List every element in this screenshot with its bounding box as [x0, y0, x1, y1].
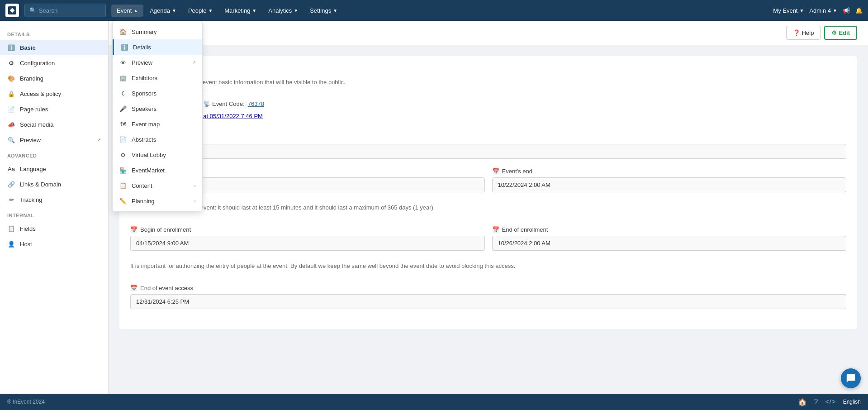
- enrollment-row: 📅 Begin of enrollment 📅 End of enrollmen…: [130, 226, 846, 260]
- enrollment-start-input[interactable]: [130, 236, 485, 251]
- sidebar-item-basic[interactable]: ℹ️ Basic: [0, 40, 108, 55]
- dropdown-item-event-map[interactable]: 🗺 Event map: [113, 116, 202, 132]
- external-link-icon: ↗: [192, 60, 196, 66]
- end-access-input[interactable]: [130, 294, 846, 309]
- sidebar-item-language[interactable]: Aa Language: [0, 161, 108, 176]
- bell-icon[interactable]: 🔔: [855, 7, 863, 14]
- dropdown-item-exhibitors[interactable]: 🏢 Exhibitors: [113, 70, 202, 86]
- chevron-down-icon: ▼: [252, 8, 256, 13]
- search-icon: 🔍: [7, 136, 15, 144]
- chevron-down-icon: ▼: [799, 8, 804, 13]
- chevron-down-icon: ▲: [133, 8, 138, 13]
- chevron-down-icon: ▼: [833, 8, 837, 13]
- admin-selector[interactable]: Admin 4 ▼: [809, 7, 837, 14]
- dropdown-item-preview[interactable]: 👁 Preview ↗: [113, 55, 202, 70]
- event-code-link[interactable]: 76378: [248, 100, 264, 107]
- search-box[interactable]: 🔍 Search: [24, 4, 106, 17]
- event-end-input[interactable]: [492, 177, 847, 192]
- divider-2: [130, 127, 846, 127]
- divider: [130, 93, 846, 93]
- section-description: Here you can configure the event basic i…: [130, 79, 846, 86]
- sidebar-item-access-policy[interactable]: 🔒 Access & policy: [0, 86, 108, 101]
- dropdown-item-summary[interactable]: 🏠 Summary: [113, 24, 202, 39]
- map-icon: 🗺: [119, 120, 127, 128]
- code-icon[interactable]: </>: [825, 398, 836, 406]
- my-event-selector[interactable]: My Event ▼: [773, 7, 804, 14]
- chevron-down-icon: ▼: [172, 8, 176, 13]
- dropdown-item-details[interactable]: ℹ️ Details: [113, 39, 202, 55]
- event-name-field: Event name: [130, 134, 846, 159]
- sidebar-section-details: DETAILS: [0, 26, 108, 40]
- nav-right: My Event ▼ Admin 4 ▼ 📢 🔔: [773, 7, 863, 14]
- sidebar-item-social-media[interactable]: 📣 Social media: [0, 117, 108, 132]
- nav-item-event[interactable]: Event ▲: [111, 5, 143, 17]
- dates-row: 📅 Event's start 📅 Event's end: [130, 168, 846, 201]
- enrollment-start-label: 📅 Begin of enrollment: [130, 226, 485, 233]
- top-actions: ❓ Help ⚙ Edit: [786, 26, 857, 40]
- event-meta: Company Code: 07999 📡 Event Code: 76378: [130, 100, 846, 107]
- bottom-right: 🏠 ? </> English: [798, 398, 861, 406]
- sidebar-item-configuration[interactable]: ⚙ Configuration: [0, 55, 108, 71]
- content-header: Summary ❓ Help ⚙ Edit: [109, 21, 868, 45]
- mic-icon: 🎤: [119, 105, 127, 113]
- event-end-label: 📅 Event's end: [492, 168, 847, 175]
- sidebar-item-host[interactable]: 👤 Host: [0, 236, 108, 252]
- gear-alt-icon: ⚙: [119, 151, 127, 159]
- enrollment-end-field: 📅 End of enrollment: [492, 226, 847, 251]
- search-placeholder: Search: [39, 7, 57, 14]
- dropdown-item-virtual-lobby[interactable]: ⚙ Virtual Lobby: [113, 147, 202, 162]
- dropdown-item-sponsors[interactable]: € Sponsors: [113, 86, 202, 101]
- sidebar-item-preview[interactable]: 🔍 Preview ↗: [0, 132, 108, 148]
- nav-item-marketing[interactable]: Marketing ▼: [219, 5, 262, 17]
- chevron-down-icon: ▼: [294, 8, 298, 13]
- nav-item-settings[interactable]: Settings ▼: [304, 5, 343, 17]
- sidebar: DETAILS ℹ️ Basic ⚙ Configuration 🎨 Brand…: [0, 21, 109, 394]
- enrollment-helper-text: It is important for authorizing the entr…: [130, 262, 846, 269]
- nav-item-people[interactable]: People ▼: [183, 5, 218, 17]
- dropdown-item-content[interactable]: 📋 Content ›: [113, 178, 202, 193]
- dropdown-item-planning[interactable]: ✏️ Planning ›: [113, 193, 202, 209]
- chat-bubble[interactable]: [841, 368, 861, 388]
- help-button[interactable]: ❓ Help: [786, 26, 821, 40]
- sidebar-item-tracking[interactable]: ✏ Tracking: [0, 192, 108, 207]
- doc-icon: 📄: [119, 135, 127, 143]
- sidebar-item-links-domain[interactable]: 🔗 Links & Domain: [0, 176, 108, 192]
- megaphone-icon: 📣: [7, 120, 15, 129]
- person-icon: 👤: [7, 240, 15, 248]
- dropdown-item-speakers[interactable]: 🎤 Speakers: [113, 101, 202, 116]
- info-circle-icon: ℹ️: [120, 43, 128, 51]
- question-icon[interactable]: ?: [814, 398, 818, 406]
- megaphone-icon[interactable]: 📢: [843, 7, 850, 14]
- sidebar-section-advanced: ADVANCED: [0, 148, 108, 161]
- eye-icon: 👁: [119, 58, 127, 67]
- edit-button[interactable]: ⚙ Edit: [824, 26, 857, 40]
- enrollment-start-field: 📅 Begin of enrollment: [130, 226, 485, 251]
- event-name-label: Event name: [130, 134, 846, 141]
- event-code-row: 📡 Event Code: 76378: [203, 100, 264, 107]
- search-icon: 🔍: [29, 7, 36, 14]
- home-icon: 🏠: [119, 28, 127, 36]
- euro-icon: €: [119, 89, 127, 97]
- calendar-icon: 📅: [492, 226, 499, 233]
- enrollment-end-input[interactable]: [492, 236, 847, 251]
- sidebar-item-branding[interactable]: 🎨 Branding: [0, 71, 108, 86]
- dropdown-item-eventmarket[interactable]: 🏪 EventMarket: [113, 162, 202, 178]
- nav-item-analytics[interactable]: Analytics ▼: [263, 5, 304, 17]
- planning-icon: ✏️: [119, 197, 127, 205]
- content-icon: 📋: [119, 181, 127, 190]
- paint-brush-icon: 🎨: [7, 74, 15, 82]
- event-name-input[interactable]: [130, 144, 846, 159]
- content-body: Basic information Here you can configure…: [109, 45, 868, 349]
- dropdown-item-abstracts[interactable]: 📄 Abstracts: [113, 132, 202, 147]
- external-link-icon: ↗: [97, 137, 101, 143]
- language-selector[interactable]: English: [843, 399, 861, 405]
- app-logo[interactable]: [5, 4, 19, 17]
- sidebar-section-internal: INTERNAL: [0, 207, 108, 221]
- date-helper-text: Important things about the event: it sho…: [130, 204, 846, 211]
- home-icon[interactable]: 🏠: [798, 398, 807, 406]
- sidebar-item-page-rules[interactable]: 📄 Page rules: [0, 101, 108, 117]
- end-access-label: 📅 End of event access: [130, 285, 846, 291]
- sidebar-item-fields[interactable]: 📋 Fields: [0, 221, 108, 236]
- building-icon: 🏢: [119, 74, 127, 82]
- nav-item-agenda[interactable]: Agenda ▼: [144, 5, 182, 17]
